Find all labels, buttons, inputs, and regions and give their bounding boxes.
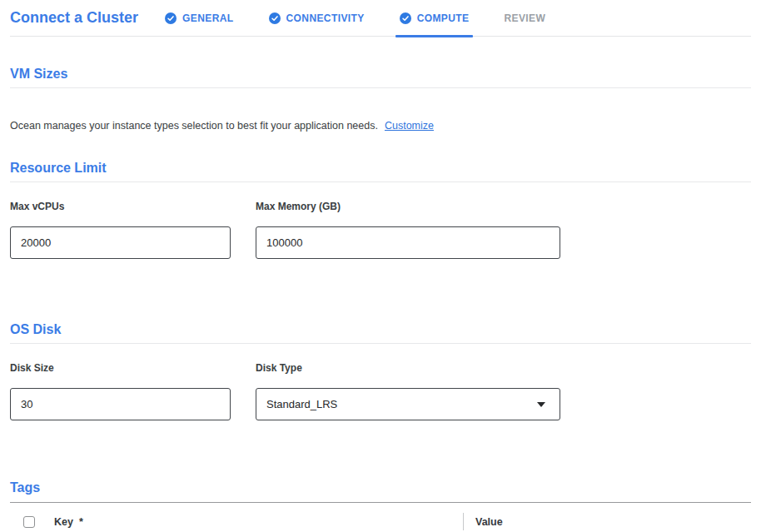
tags-table: Key* Value (10, 502, 751, 532)
disk-type-select[interactable]: Standard_LRS (256, 388, 560, 420)
tab-connectivity[interactable]: CONNECTIVITY (269, 0, 365, 36)
page-title: Connect a Cluster (10, 9, 138, 27)
os-disk-section: OS Disk Disk Size Disk Type Standard_LRS (10, 321, 751, 420)
customize-link[interactable]: Customize (385, 120, 434, 132)
check-circle-icon (165, 12, 177, 24)
section-divider (10, 87, 751, 88)
value-column-header: Value (475, 516, 503, 528)
tab-label: CONNECTIVITY (286, 12, 365, 24)
key-column-header: Key* (54, 516, 83, 528)
os-disk-heading: OS Disk (10, 321, 751, 338)
vm-sizes-description-row: Ocean manages your instance types select… (10, 120, 751, 132)
disk-size-label: Disk Size (10, 362, 231, 374)
resource-limit-section: Resource Limit Max vCPUs Max Memory (GB) (10, 160, 751, 259)
wizard-header: Connect a Cluster GENERAL CONNECTIVITY (10, 0, 751, 37)
select-all-checkbox[interactable] (23, 516, 35, 528)
wizard-steps: GENERAL CONNECTIVITY COMPUTE REVIEW (165, 0, 545, 36)
connect-cluster-page: Connect a Cluster GENERAL CONNECTIVITY (0, 0, 761, 532)
vm-sizes-heading: VM Sizes (10, 66, 751, 82)
disk-size-field: Disk Size (10, 362, 231, 420)
disk-type-selected-value: Standard_LRS (266, 398, 337, 410)
resource-limit-heading: Resource Limit (10, 160, 751, 177)
section-divider (10, 343, 751, 344)
tab-label: REVIEW (504, 12, 545, 24)
tab-compute[interactable]: COMPUTE (400, 0, 470, 36)
caret-down-icon (537, 402, 545, 407)
tab-review[interactable]: REVIEW (504, 0, 545, 36)
tags-heading: Tags (10, 480, 751, 496)
max-vcpus-label: Max vCPUs (10, 201, 231, 212)
max-memory-label: Max Memory (GB) (256, 201, 560, 212)
check-circle-icon (269, 12, 281, 24)
disk-size-input[interactable] (10, 388, 231, 420)
max-memory-field: Max Memory (GB) (256, 201, 560, 259)
required-asterisk: * (79, 516, 83, 528)
tab-label: COMPUTE (417, 12, 470, 24)
check-circle-icon (400, 12, 411, 24)
tab-general[interactable]: GENERAL (165, 0, 233, 36)
max-vcpus-field: Max vCPUs (10, 201, 231, 259)
column-divider (463, 513, 464, 530)
resource-limit-fields: Max vCPUs Max Memory (GB) (10, 201, 751, 259)
disk-type-field: Disk Type Standard_LRS (256, 362, 560, 420)
disk-type-label: Disk Type (256, 362, 560, 374)
max-memory-input[interactable] (256, 226, 560, 259)
vm-sizes-section: VM Sizes Ocean manages your instance typ… (10, 66, 751, 132)
tags-table-header-row: Key* Value (10, 503, 751, 532)
section-divider (10, 181, 751, 182)
os-disk-fields: Disk Size Disk Type Standard_LRS (10, 362, 751, 420)
max-vcpus-input[interactable] (10, 226, 231, 259)
vm-sizes-description: Ocean manages your instance types select… (10, 120, 378, 132)
tags-section: Tags Key* Value (10, 480, 751, 532)
tab-label: GENERAL (182, 12, 233, 24)
